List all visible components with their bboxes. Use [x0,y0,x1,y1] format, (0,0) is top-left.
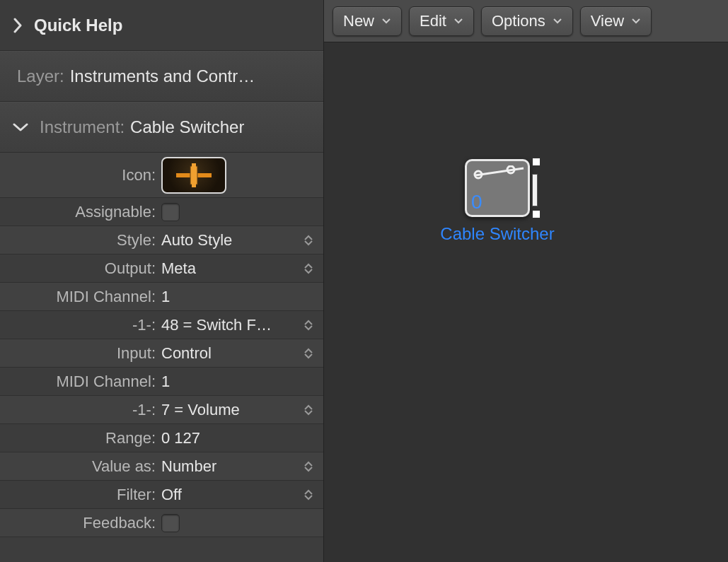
chevron-down-icon [13,122,28,132]
environment-canvas[interactable]: 0 Cable Switcher [324,42,728,562]
environment-toolbar: New Edit Options View [324,0,728,42]
feedback-label: Feedback: [0,514,161,532]
prop-midi-channel-out[interactable]: MIDI Channel: 1 [0,283,323,311]
instrument-label: Instrument: [40,117,125,137]
prop-filter[interactable]: Filter: Off [0,481,323,509]
output-port-icon[interactable] [532,158,541,166]
stepper-icon[interactable] [304,263,313,274]
instrument-row[interactable]: Instrument: Cable Switcher [0,102,323,153]
midi-channel-out-label: MIDI Channel: [0,288,161,306]
filter-label: Filter: [0,486,161,504]
value-as-label: Value as: [0,457,161,476]
edit-button[interactable]: Edit [409,6,474,36]
new-button-label: New [343,12,374,30]
stepper-icon[interactable] [304,461,313,472]
instrument-value: Cable Switcher [130,117,244,137]
fader-icon [176,163,212,187]
layer-value: Instruments and Contr… [70,66,255,86]
stepper-icon[interactable] [304,320,313,331]
prop-value-as[interactable]: Value as: Number [0,452,323,481]
resize-corner-handle[interactable] [532,210,541,218]
edit-button-label: Edit [420,12,446,30]
stepper-icon[interactable] [304,235,313,246]
filter-value: Off [161,486,182,504]
layer-row[interactable]: Layer: Instruments and Contr… [0,51,323,102]
neg1-out-label: -1-: [0,316,161,334]
assignable-label: Assignable: [0,203,161,221]
prop-range[interactable]: Range: 0 127 [0,424,323,452]
environment-canvas-area: New Edit Options View 0 [324,0,728,562]
resize-handle[interactable] [532,174,538,206]
output-label: Output: [0,259,161,278]
range-label: Range: [0,429,161,447]
midi-channel-in-value: 1 [161,373,170,391]
neg1-in-label: -1-: [0,401,161,419]
prop-neg1-out[interactable]: -1-: 48 = Switch F… [0,311,323,339]
cable-switcher-node[interactable]: 0 Cable Switcher [430,159,565,244]
chevron-down-icon [453,18,463,24]
node-body[interactable]: 0 [465,159,530,217]
output-value: Meta [161,259,196,278]
node-label: Cable Switcher [430,224,565,244]
chevron-down-icon [553,18,562,24]
range-value: 0 127 [161,429,200,447]
stepper-icon[interactable] [304,348,313,359]
input-label: Input: [0,344,161,363]
prop-style[interactable]: Style: Auto Style [0,226,323,254]
prop-feedback: Feedback: [0,509,323,537]
prop-icon: Icon: [0,153,323,198]
neg1-out-value: 48 = Switch F… [161,316,272,334]
midi-channel-in-label: MIDI Channel: [0,373,161,391]
layer-label: Layer: [17,66,64,86]
style-label: Style: [0,231,161,250]
chevron-down-icon [631,18,641,24]
node-value: 0 [471,191,483,213]
stepper-icon[interactable] [304,489,313,500]
quick-help-title: Quick Help [34,16,122,35]
view-button[interactable]: View [580,6,652,36]
feedback-checkbox[interactable] [161,514,180,532]
stepper-icon[interactable] [304,404,313,416]
prop-midi-channel-in[interactable]: MIDI Channel: 1 [0,368,323,396]
prop-output[interactable]: Output: Meta [0,254,323,283]
svg-rect-2 [192,163,196,187]
prop-assignable: Assignable: [0,198,323,226]
inspector-sidebar: Quick Help Layer: Instruments and Contr…… [0,0,324,562]
input-value: Control [161,344,212,363]
view-button-label: View [591,12,624,30]
quick-help-header[interactable]: Quick Help [0,0,323,51]
icon-label: Icon: [0,166,161,185]
prop-neg1-in[interactable]: -1-: 7 = Volume [0,396,323,424]
options-button-label: Options [492,12,545,30]
new-button[interactable]: New [333,6,402,36]
options-button[interactable]: Options [481,6,573,36]
neg1-in-value: 7 = Volume [161,401,240,419]
midi-channel-out-value: 1 [161,288,170,306]
prop-input[interactable]: Input: Control [0,339,323,368]
chevron-down-icon [381,18,391,24]
style-value: Auto Style [161,231,232,250]
value-as-value: Number [161,457,216,476]
icon-well[interactable] [161,157,226,194]
cable-switcher-icon [473,165,526,180]
chevron-right-icon [13,18,23,33]
assignable-checkbox[interactable] [161,203,180,221]
